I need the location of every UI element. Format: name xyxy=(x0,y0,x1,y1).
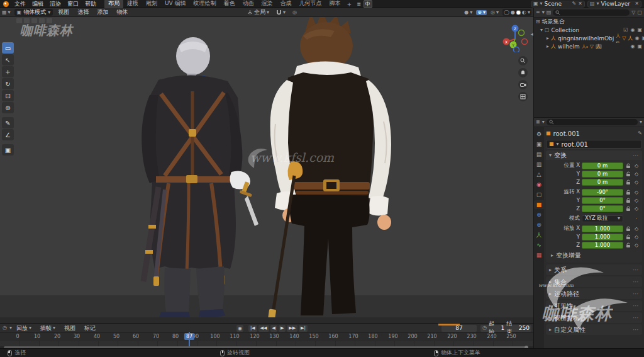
expand-icon[interactable]: ▸ xyxy=(547,44,549,49)
outliner-row-object-2[interactable]: ▸ 人 wilhelm 人₆ ▽ 人 ◉ ▣ xyxy=(534,42,644,50)
tab-render[interactable]: ▣ xyxy=(534,140,544,149)
section-custom-properties[interactable]: ▸ 自定义属性 ⋯ xyxy=(546,324,642,335)
prev-keyframe-button[interactable]: ◀◀ xyxy=(258,325,269,332)
scale-y-field[interactable]: 1.000 xyxy=(582,234,623,241)
location-z-field[interactable]: 0 m xyxy=(582,179,623,186)
auto-key-button[interactable]: ◉ xyxy=(236,325,243,332)
gizmo-toggle[interactable]: ⊕ ▾ xyxy=(476,10,487,15)
panel-options-icon[interactable]: ⋯ xyxy=(633,152,639,159)
keyframe-icon[interactable]: ◇ xyxy=(633,198,640,203)
pin-icon[interactable]: ✎ xyxy=(638,131,642,136)
tool-transform[interactable]: ⊕ xyxy=(2,102,14,113)
tool-select-box[interactable]: ▭ xyxy=(2,42,14,54)
next-keyframe-button[interactable]: ▶▶ xyxy=(287,325,297,332)
close-icon[interactable]: ✕ xyxy=(635,1,639,6)
tab-geometry-nodes[interactable]: 几何节点 xyxy=(296,0,326,8)
tab-animation[interactable]: 动画 xyxy=(239,0,258,8)
tab-uv-editing[interactable]: UV 编辑 xyxy=(161,0,190,8)
tab-layout[interactable]: 布局 xyxy=(104,0,123,8)
overlays-toggle[interactable]: ◎ ▾ xyxy=(489,10,501,15)
menu-keying[interactable]: 插帧▾ xyxy=(38,324,57,332)
keyframe-icon[interactable]: ◇ xyxy=(633,242,640,248)
pin-icon[interactable]: ✎ xyxy=(572,1,577,6)
outliner-row-object-1[interactable]: ▸ 人 qingnianwilhelmObj 人₂₅ ▽ 人 ◉ ▣ xyxy=(534,34,644,42)
tool-cursor[interactable]: ↖ xyxy=(2,54,14,65)
tool-annotate[interactable]: ✎ xyxy=(2,117,14,128)
tab-compositing[interactable]: 合成 xyxy=(277,0,296,8)
section-motion-paths[interactable]: ▸ 运动路径 ⋯ xyxy=(546,288,642,299)
keyframe-icon[interactable]: ◇ xyxy=(633,163,640,169)
tab-object[interactable]: ■ xyxy=(534,200,544,209)
delta-transform-section[interactable]: ▸ 变换增量 xyxy=(548,251,640,260)
keyframe-icon[interactable]: ◇ xyxy=(633,179,640,185)
menu-select[interactable]: 选择 xyxy=(74,8,92,16)
menu-help[interactable]: 帮助 xyxy=(82,0,99,8)
menu-view[interactable]: 视图 xyxy=(55,8,72,16)
outliner-search[interactable] xyxy=(553,9,630,16)
menu-file[interactable]: 文件 xyxy=(11,0,29,8)
tab-physics[interactable]: ⊚ xyxy=(534,220,544,229)
perspective-toggle-button[interactable] xyxy=(518,92,528,101)
timeline-track-area[interactable] xyxy=(0,341,533,346)
play-reverse-button[interactable]: ◀ xyxy=(270,325,277,332)
render-restrict-icon[interactable]: ▣ xyxy=(641,36,644,41)
lock-icon[interactable] xyxy=(625,171,631,177)
new-collection-icon[interactable]: ▢ xyxy=(637,10,642,15)
outliner-row-collection[interactable]: ▾ ▢ Collection ☑ ◉ ▣ xyxy=(534,26,644,34)
scene-selector[interactable]: ▣ ▾ Scene ✎ ✕ xyxy=(531,1,585,8)
add-workspace-button[interactable]: + xyxy=(345,1,355,8)
animate-dot-icon[interactable]: · xyxy=(633,216,640,222)
timeline-ruler[interactable]: 0 10 20 30 40 50 60 70 80 90 100 110 120… xyxy=(0,333,533,341)
scale-x-field[interactable]: 1.000 xyxy=(582,225,623,232)
expand-icon[interactable]: ▾ xyxy=(540,28,543,33)
transform-panel-header[interactable]: ▾ 变换 ⋯ xyxy=(546,150,642,160)
editor-outliner-icon[interactable]: ≡ xyxy=(536,10,540,15)
rotation-x-field[interactable]: -90° xyxy=(582,189,623,196)
location-x-field[interactable]: 0 m xyxy=(582,162,623,169)
lock-icon[interactable] xyxy=(625,242,631,248)
current-frame-field[interactable]: 87 xyxy=(441,325,477,332)
shading-rendered-button[interactable]: ◐ xyxy=(522,10,526,15)
tab-object-data[interactable]: 人 xyxy=(534,230,544,239)
expand-icon[interactable]: ▸ xyxy=(547,36,549,41)
editor-properties-icon[interactable]: ≣ xyxy=(536,120,540,125)
orientation-dropdown[interactable]: 全局 ▾ xyxy=(245,8,271,16)
hide-eye-icon[interactable]: ◉ xyxy=(635,36,639,41)
tab-world[interactable]: ◉ xyxy=(534,180,544,189)
play-button[interactable]: ▶ xyxy=(279,325,286,332)
rotation-y-field[interactable]: 0° xyxy=(582,197,623,204)
tab-sculpting[interactable]: 雕刻 xyxy=(142,0,161,8)
menu-render[interactable]: 渲染 xyxy=(47,0,64,8)
tab-modifiers[interactable]: ⊛ xyxy=(534,210,544,219)
proportional-edit-toggle[interactable]: ◎ xyxy=(291,10,299,15)
lock-icon[interactable] xyxy=(625,179,631,185)
jump-end-button[interactable]: ▶| xyxy=(299,325,308,332)
render-restrict-icon[interactable]: ▣ xyxy=(637,44,642,49)
menu-add[interactable]: 添加 xyxy=(94,8,111,16)
shading-wireframe-button[interactable]: ◯ xyxy=(504,10,509,15)
tab-bone[interactable]: ∿ xyxy=(534,241,544,249)
rotation-mode-dropdown[interactable]: XYZ 欧拉 ▾ xyxy=(582,215,623,222)
hide-eye-icon[interactable]: ◉ xyxy=(630,28,635,33)
section-collections[interactable]: ▸ 集合 ⋯ xyxy=(546,276,642,287)
object-datablock-field[interactable]: ■ ▾ root.001 xyxy=(546,140,642,149)
properties-search[interactable] xyxy=(547,119,638,125)
tab-scene[interactable]: △ xyxy=(534,170,544,179)
pose-icon-active[interactable]: 人 xyxy=(596,44,602,49)
location-y-field[interactable]: 0 m xyxy=(582,171,623,178)
editor-timeline-icon[interactable]: ◷ xyxy=(3,326,7,331)
checkbox-icon[interactable]: ☑ xyxy=(623,28,628,33)
lock-icon[interactable] xyxy=(625,206,631,212)
tab-texture-paint[interactable]: 纹理绘制 xyxy=(190,0,220,8)
section-relations[interactable]: ▸ 关系 ⋯ xyxy=(546,264,642,275)
menu-view[interactable]: 视图 xyxy=(62,324,77,332)
navigation-gizmo[interactable]: Z X Y xyxy=(502,23,528,52)
tab-texture[interactable]: ▦ xyxy=(534,251,544,259)
keyframe-icon[interactable]: ◇ xyxy=(633,234,640,240)
mode-dropdown[interactable]: ▣ 物体模式 ▾ xyxy=(14,9,53,16)
tab-shading[interactable]: 着色 xyxy=(220,0,239,8)
viewport-canvas[interactable]: www.kfsl.com 咖啡森林 ▭ ↖ + ↻ ⊡ ⊕ ✎ ∠ ▣ Z X … xyxy=(0,17,533,323)
pan-button[interactable] xyxy=(518,68,528,77)
tool-rotate[interactable]: ↻ xyxy=(2,78,14,89)
filter-icon[interactable]: ▽ xyxy=(631,10,635,15)
